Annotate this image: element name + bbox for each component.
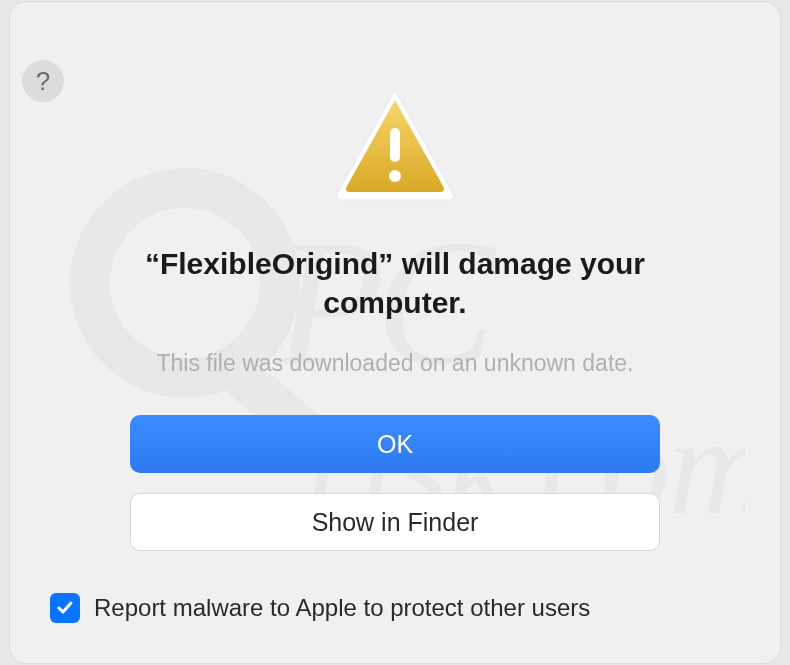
show-in-finder-button[interactable]: Show in Finder bbox=[130, 493, 660, 551]
button-row: OK Show in Finder bbox=[50, 415, 740, 551]
svg-point-5 bbox=[389, 170, 401, 182]
warning-icon bbox=[330, 84, 460, 204]
dialog-heading: “FlexibleOrigind” will damage your compu… bbox=[50, 244, 740, 322]
help-icon: ? bbox=[36, 66, 50, 97]
checkmark-icon bbox=[55, 598, 75, 618]
malware-warning-dialog: PC risk.com ? “FlexibleOrigind” will dam… bbox=[10, 2, 780, 663]
report-checkbox[interactable] bbox=[50, 593, 80, 623]
icon-area bbox=[50, 84, 740, 204]
ok-button[interactable]: OK bbox=[130, 415, 660, 473]
report-checkbox-row: Report malware to Apple to protect other… bbox=[50, 593, 740, 623]
report-checkbox-label: Report malware to Apple to protect other… bbox=[94, 594, 590, 622]
svg-rect-4 bbox=[390, 128, 400, 162]
dialog-subtext: This file was downloaded on an unknown d… bbox=[50, 350, 740, 377]
